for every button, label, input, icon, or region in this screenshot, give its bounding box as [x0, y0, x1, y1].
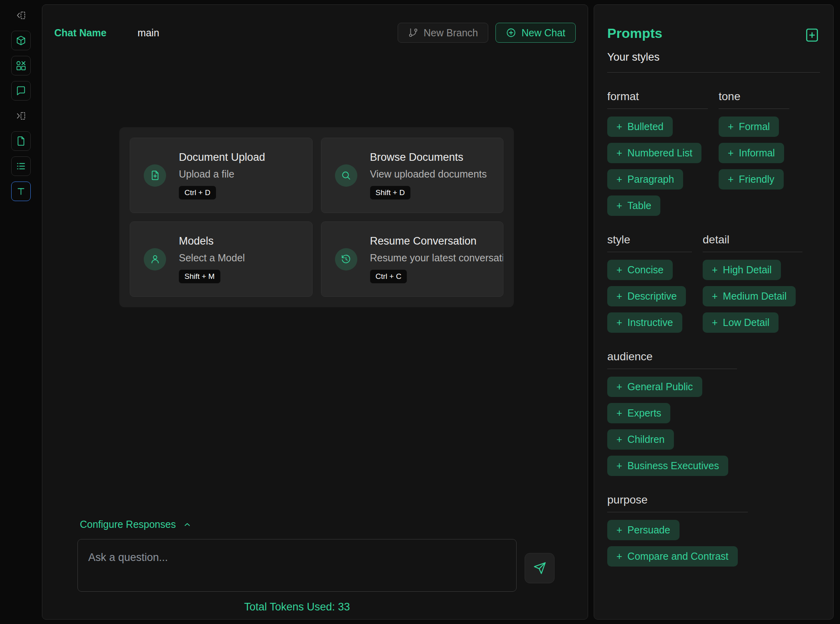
new-branch-button[interactable]: New Branch: [398, 23, 488, 43]
new-chat-button[interactable]: New Chat: [495, 23, 576, 43]
plus-icon: +: [616, 460, 622, 472]
collapse-panel-button[interactable]: [11, 6, 31, 25]
card-title: Browse Documents: [370, 151, 487, 164]
prompt-group-format: format +Bulleted+Numbered List+Paragraph…: [607, 90, 719, 216]
pill-label: Formal: [739, 121, 770, 132]
style-pill-low-detail[interactable]: +Low Detail: [703, 312, 779, 333]
expand-panel-button[interactable]: [11, 106, 31, 126]
add-prompt-button[interactable]: [804, 27, 820, 43]
file-icon: [16, 136, 26, 146]
prompts-header: Prompts: [607, 26, 820, 43]
prompt-group-row: style +Concise+Descriptive+Instructive d…: [607, 233, 820, 333]
git-branch-icon: [408, 28, 418, 38]
group-label: format: [607, 90, 708, 109]
style-pill-experts[interactable]: +Experts: [607, 403, 670, 423]
style-pill-business-executives[interactable]: +Business Executives: [607, 456, 728, 476]
send-button[interactable]: [525, 553, 555, 583]
card-document-upload[interactable]: Document Upload Upload a file Ctrl + D: [130, 138, 313, 213]
pill-list-audience: +General Public+Experts+Children+Busines…: [607, 377, 737, 476]
style-pill-paragraph[interactable]: +Paragraph: [607, 169, 683, 190]
chat-panel: Chat Name main New Branch New Chat Docum…: [42, 4, 588, 620]
shortcut-badge: Ctrl + D: [179, 186, 216, 199]
text-tool-button[interactable]: [11, 182, 31, 201]
chat-name-label: Chat Name: [54, 27, 107, 39]
style-pill-general-public[interactable]: +General Public: [607, 377, 702, 397]
style-pill-compare-and-contrast[interactable]: +Compare and Contrast: [607, 546, 738, 567]
pill-label: Children: [628, 434, 665, 445]
card-models[interactable]: Models Select a Model Shift + M: [130, 221, 313, 297]
new-branch-label: New Branch: [424, 27, 478, 39]
card-text: Document Upload Upload a file Ctrl + D: [179, 151, 265, 199]
plus-icon: +: [616, 174, 622, 185]
style-pill-concise[interactable]: +Concise: [607, 260, 673, 280]
pill-label: Bulleted: [628, 121, 664, 132]
chat-name-value: main: [138, 27, 159, 39]
chat-tool-button[interactable]: [11, 81, 31, 101]
tokens-counter: Total Tokens Used: 33: [77, 601, 517, 613]
prompt-group-style: style +Concise+Descriptive+Instructive: [607, 233, 703, 333]
plus-icon: +: [616, 524, 622, 536]
card-text: Browse Documents View uploaded documents…: [370, 151, 487, 199]
style-pill-high-detail[interactable]: +High Detail: [703, 260, 781, 280]
shortcut-badge: Ctrl + C: [370, 270, 407, 283]
pill-list-tone: +Formal+Informal+Friendly: [719, 117, 820, 190]
prompt-group-purpose: purpose +Persuade+Compare and Contrast: [607, 494, 748, 567]
chat-header: Chat Name main New Branch New Chat: [42, 5, 588, 43]
pill-label: Instructive: [628, 317, 673, 328]
question-input[interactable]: [77, 539, 517, 592]
prompt-group-detail: detail +High Detail+Medium Detail+Low De…: [703, 233, 820, 333]
card-resume-conversation[interactable]: Resume Conversation Resume your latest c…: [321, 221, 504, 297]
pill-label: Friendly: [739, 174, 775, 185]
pill-label: High Detail: [723, 264, 772, 276]
configure-responses-toggle[interactable]: Configure Responses: [80, 519, 192, 530]
style-pill-friendly[interactable]: +Friendly: [719, 169, 784, 190]
style-pill-table[interactable]: +Table: [607, 195, 660, 216]
pill-label: Paragraph: [628, 174, 674, 185]
documents-tool-button[interactable]: [11, 131, 31, 151]
shapes-icon: [16, 60, 26, 71]
style-pill-persuade[interactable]: +Persuade: [607, 520, 680, 540]
plus-icon: +: [616, 200, 622, 211]
search-icon: [335, 164, 357, 187]
style-pill-bulleted[interactable]: +Bulleted: [607, 117, 673, 137]
pill-label: Concise: [628, 264, 664, 276]
plus-icon: +: [616, 264, 622, 276]
card-text: Resume Conversation Resume your latest c…: [370, 235, 503, 283]
group-label: style: [607, 233, 692, 252]
style-pill-informal[interactable]: +Informal: [719, 143, 784, 163]
style-pill-formal[interactable]: +Formal: [719, 117, 779, 137]
card-browse-documents[interactable]: Browse Documents View uploaded documents…: [321, 138, 504, 213]
list-icon: [16, 161, 26, 172]
plus-icon: +: [616, 147, 622, 159]
pill-list-detail: +High Detail+Medium Detail+Low Detail: [703, 260, 820, 333]
card-title: Models: [179, 235, 245, 247]
pill-label: Table: [628, 200, 652, 211]
plus-icon: +: [616, 381, 622, 393]
style-pill-instructive[interactable]: +Instructive: [607, 312, 682, 333]
list-tool-button[interactable]: [11, 156, 31, 176]
file-plus-square-icon: [804, 27, 820, 43]
plus-icon: +: [728, 121, 734, 132]
chevron-up-icon: [183, 520, 192, 529]
pill-label: General Public: [628, 381, 693, 393]
plus-icon: +: [616, 434, 622, 445]
plus-icon: +: [712, 290, 718, 302]
chat-bubble-icon: [16, 85, 26, 96]
style-pill-numbered-list[interactable]: +Numbered List: [607, 143, 701, 163]
group-label: audience: [607, 350, 737, 369]
plus-icon: +: [616, 121, 622, 132]
file-plus-icon: [144, 164, 166, 187]
card-title: Resume Conversation: [370, 235, 503, 247]
style-pill-children[interactable]: +Children: [607, 429, 674, 450]
shortcut-badge: Shift + M: [179, 270, 220, 283]
your-styles-heading: Your styles: [607, 51, 820, 73]
style-pill-medium-detail[interactable]: +Medium Detail: [703, 286, 796, 306]
pill-label: Low Detail: [723, 317, 770, 328]
components-tool-button[interactable]: [11, 56, 31, 75]
prompts-title: Prompts: [607, 26, 662, 41]
pill-label: Informal: [739, 147, 775, 159]
models-tool-button[interactable]: [11, 31, 31, 50]
style-pill-descriptive[interactable]: +Descriptive: [607, 286, 686, 306]
plus-icon: +: [616, 551, 622, 562]
history-icon: [335, 248, 357, 271]
